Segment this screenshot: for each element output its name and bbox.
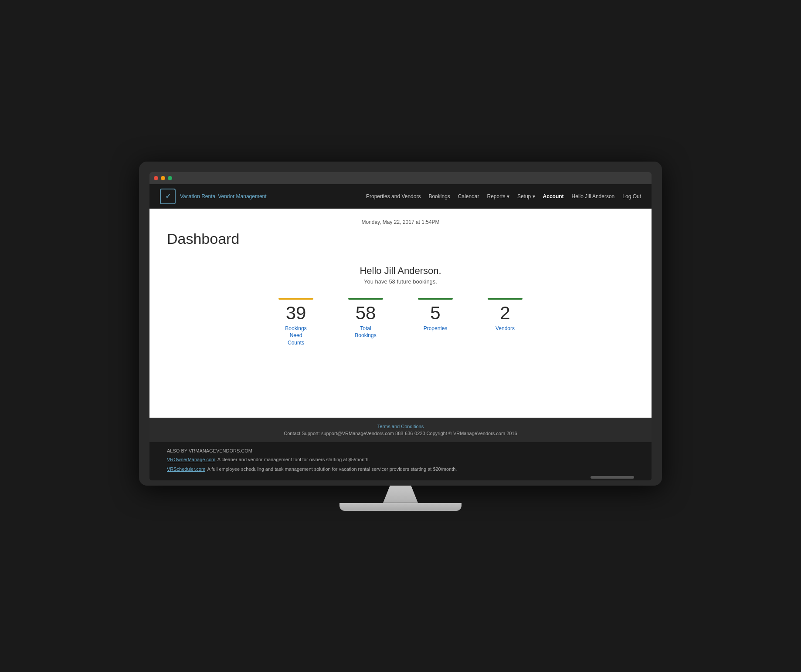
window-maximize-dot[interactable] [168,176,172,180]
navbar: ✓ Vacation Rental Vendor Management Prop… [149,184,652,209]
nav-reports[interactable]: Reports ▾ [487,193,509,199]
greeting: Hello Jill Anderson. You have 58 future … [167,265,634,285]
monitor-bottom-bar [160,480,641,486]
nav-bookings[interactable]: Bookings [428,193,450,199]
stat-bar-green-1 [348,298,383,300]
stat-label-vendors: Vendors [496,325,515,332]
nav-account[interactable]: Account [543,193,564,199]
footer-bottom: ALSO BY VRMANAGEVENDORS.COM: VROwnerMana… [149,442,652,480]
page-title: Dashboard [167,230,634,247]
window-minimize-dot[interactable] [161,176,165,180]
stat-bar-orange [278,298,313,300]
footer-desc-2: A full employee scheduling and task mana… [207,466,457,472]
footer-also-label: ALSO BY VRMANAGEVENDORS.COM: [167,448,634,453]
stat-number-bookings-need: 39 [286,303,306,323]
nav-user-greeting: Hello Jill Anderson [572,193,615,199]
brand: ✓ Vacation Rental Vendor Management [160,189,267,204]
stats-row: 39 BookingsNeedCounts 58 TotalBookings 5… [167,298,634,347]
footer-link-1[interactable]: VROwnerManage.com [167,457,215,462]
greeting-name: Hello Jill Anderson. [167,265,634,277]
stat-bar-green-2 [418,298,453,300]
brand-title: Vacation Rental Vendor Management [180,193,267,199]
nav-setup[interactable]: Setup ▾ [517,193,535,199]
stand-base [339,503,462,511]
nav-logout[interactable]: Log Out [622,193,641,199]
divider [167,252,634,252]
stat-label-total-bookings: TotalBookings [355,325,376,340]
stand-neck [383,486,418,503]
window-close-dot[interactable] [154,176,158,180]
footer-main: Terms and Conditions Contact Support: su… [149,418,652,442]
stat-vendors[interactable]: 2 Vendors [483,298,527,347]
nav-calendar[interactable]: Calendar [458,193,479,199]
stat-bookings-need-counts[interactable]: 39 BookingsNeedCounts [274,298,318,347]
nav-links: Properties and Vendors Bookings Calendar… [366,193,641,199]
footer-contact: Contact Support: support@VRManageVendors… [158,431,643,436]
stat-total-bookings[interactable]: 58 TotalBookings [344,298,387,347]
scrollbar[interactable] [591,476,634,479]
footer-terms-link[interactable]: Terms and Conditions [158,424,643,429]
nav-properties-vendors[interactable]: Properties and Vendors [366,193,421,199]
stat-label-bookings-need: BookingsNeedCounts [285,325,306,347]
brand-logo: ✓ [160,189,176,204]
monitor-stand [339,486,462,511]
footer-link-2[interactable]: VRScheduler.com [167,466,205,472]
footer-desc-1: A cleaner and vendor management tool for… [217,457,370,462]
main-content: Monday, May 22, 2017 at 1:54PM Dashboard… [149,209,652,418]
stat-number-vendors: 2 [500,303,510,323]
stat-label-properties: Properties [424,325,448,332]
stat-bar-green-3 [488,298,523,300]
footer-link-2-line: VRScheduler.com A full employee scheduli… [167,465,634,473]
greeting-sub: You have 58 future bookings. [167,278,634,285]
stat-number-total-bookings: 58 [356,303,376,323]
footer-link-1-line: VROwnerManage.com A cleaner and vendor m… [167,455,634,463]
datetime: Monday, May 22, 2017 at 1:54PM [167,219,634,225]
stat-properties[interactable]: 5 Properties [414,298,457,347]
stat-number-properties: 5 [430,303,440,323]
